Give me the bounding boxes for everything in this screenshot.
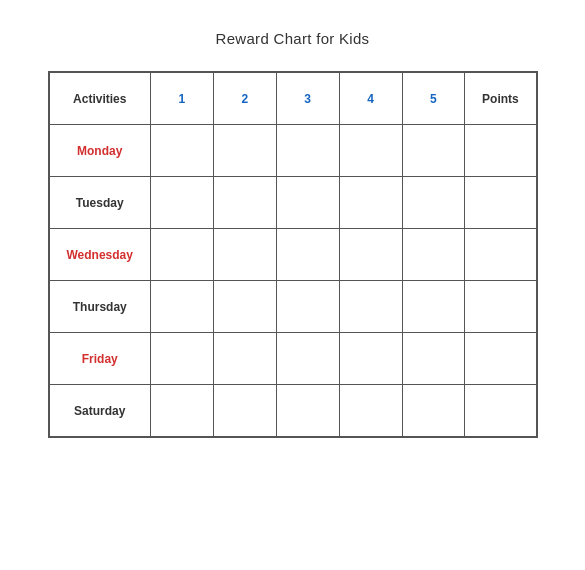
friday-col2[interactable]: [213, 333, 276, 385]
col4-header: 4: [339, 73, 402, 125]
thursday-col4[interactable]: [339, 281, 402, 333]
thursday-col3[interactable]: [276, 281, 339, 333]
table-row: Thursday: [49, 281, 536, 333]
friday-points[interactable]: [465, 333, 536, 385]
monday-col3[interactable]: [276, 125, 339, 177]
activities-header: Activities: [49, 73, 150, 125]
wednesday-col2[interactable]: [213, 229, 276, 281]
saturday-col5[interactable]: [402, 385, 465, 437]
monday-col4[interactable]: [339, 125, 402, 177]
thursday-col1[interactable]: [150, 281, 213, 333]
col2-header: 2: [213, 73, 276, 125]
saturday-col4[interactable]: [339, 385, 402, 437]
table-row: Tuesday: [49, 177, 536, 229]
saturday-col3[interactable]: [276, 385, 339, 437]
tuesday-col1[interactable]: [150, 177, 213, 229]
monday-label: Monday: [49, 125, 150, 177]
tuesday-col2[interactable]: [213, 177, 276, 229]
page-title: Reward Chart for Kids: [216, 30, 370, 47]
header-row: Activities 1 2 3 4 5 Points: [49, 73, 536, 125]
tuesday-col3[interactable]: [276, 177, 339, 229]
wednesday-col5[interactable]: [402, 229, 465, 281]
table-row: Friday: [49, 333, 536, 385]
monday-col5[interactable]: [402, 125, 465, 177]
tuesday-col4[interactable]: [339, 177, 402, 229]
saturday-col2[interactable]: [213, 385, 276, 437]
tuesday-col5[interactable]: [402, 177, 465, 229]
friday-col5[interactable]: [402, 333, 465, 385]
table-row: Monday: [49, 125, 536, 177]
col1-header: 1: [150, 73, 213, 125]
friday-col4[interactable]: [339, 333, 402, 385]
points-header: Points: [465, 73, 536, 125]
wednesday-label: Wednesday: [49, 229, 150, 281]
friday-col1[interactable]: [150, 333, 213, 385]
saturday-col1[interactable]: [150, 385, 213, 437]
saturday-points[interactable]: [465, 385, 536, 437]
table-row: Saturday: [49, 385, 536, 437]
thursday-points[interactable]: [465, 281, 536, 333]
table-row: Wednesday: [49, 229, 536, 281]
friday-label: Friday: [49, 333, 150, 385]
wednesday-col1[interactable]: [150, 229, 213, 281]
saturday-label: Saturday: [49, 385, 150, 437]
thursday-label: Thursday: [49, 281, 150, 333]
thursday-col5[interactable]: [402, 281, 465, 333]
col3-header: 3: [276, 73, 339, 125]
chart-container: Activities 1 2 3 4 5 Points Monday Tuesd…: [48, 71, 538, 438]
wednesday-points[interactable]: [465, 229, 536, 281]
monday-col1[interactable]: [150, 125, 213, 177]
tuesday-points[interactable]: [465, 177, 536, 229]
tuesday-label: Tuesday: [49, 177, 150, 229]
wednesday-col3[interactable]: [276, 229, 339, 281]
monday-col2[interactable]: [213, 125, 276, 177]
wednesday-col4[interactable]: [339, 229, 402, 281]
col5-header: 5: [402, 73, 465, 125]
friday-col3[interactable]: [276, 333, 339, 385]
monday-points[interactable]: [465, 125, 536, 177]
thursday-col2[interactable]: [213, 281, 276, 333]
